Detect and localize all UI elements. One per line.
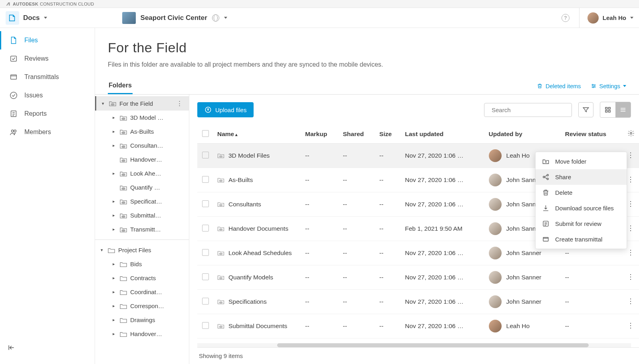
table-row[interactable]: Submittal Documents -- -- -- Nov 27, 202… [197,314,639,338]
ctx-create-transmittal[interactable]: Create transmittal [536,231,627,247]
col-settings[interactable] [623,125,639,144]
docs-app-icon [6,11,19,25]
app-bar: Docs Seaport Civic Center ? Leah Ho [0,8,639,28]
svg-point-8 [593,87,594,88]
collapse-sidebar-button[interactable] [7,344,15,353]
cell-shared: -- [339,168,375,192]
folder-icon [119,275,127,281]
project-selector[interactable]: Seaport Civic Center [122,12,227,24]
settings-link[interactable]: Settings [591,83,626,89]
col-name[interactable]: Name▴ [213,125,301,144]
tree-item-project-files[interactable]: ▾ Project Files [95,243,189,257]
tree-item[interactable]: ▸Drawings [95,313,189,327]
tree-item[interactable]: Handover… [95,152,189,166]
select-all-checkbox[interactable] [202,130,209,137]
folder-icon [107,247,115,253]
col-markup[interactable]: Markup [301,125,339,144]
ctx-download[interactable]: Download source files [536,200,627,216]
row-checkbox[interactable] [202,273,209,280]
col-shared[interactable]: Shared [339,125,375,144]
row-checkbox[interactable] [202,249,209,256]
avatar [489,320,502,332]
grid-view-button[interactable] [600,102,615,117]
tree-label: Transmitt… [130,226,186,233]
deleted-items-link[interactable]: Deleted items [537,83,581,89]
user-menu[interactable]: Leah Ho [579,8,633,28]
search-field[interactable] [492,107,568,113]
tree-item[interactable]: Quantify … [95,180,189,194]
tree-item[interactable]: ▸Contracts [95,271,189,285]
table-row[interactable]: Transmittals -- -- -- Nov 27, 2020 1:06 … [197,338,639,344]
tree-item[interactable]: ▸Handover… [95,327,189,341]
tree-item[interactable]: ▸Consultan… [95,138,189,152]
nav-reviews[interactable]: Reviews [0,49,95,68]
row-checkbox[interactable] [202,152,209,158]
nav-issues[interactable]: Issues [0,86,95,105]
svg-point-29 [219,228,223,230]
cell-updated-by: Leah Ho [485,314,561,338]
app-selector[interactable]: Docs [6,10,50,26]
tree-item[interactable]: ▸Look Ahe… [95,166,189,180]
caret-down-icon [44,17,47,19]
nav-reports[interactable]: Reports [0,105,95,123]
nav-files[interactable]: Files [0,31,95,49]
tree-item[interactable]: ▸Submittal… [95,208,189,222]
ctx-move-folder[interactable]: Move folder [536,154,627,169]
download-icon [542,204,550,212]
tree-label: Drawings [130,317,186,323]
cloud-folder-icon [217,323,224,329]
col-size[interactable]: Size [375,125,401,144]
row-checkbox[interactable] [202,200,209,207]
cloud-folder-icon [119,115,127,121]
col-updated-by[interactable]: Updated by [485,125,561,144]
col-last-updated[interactable]: Last updated [401,125,485,144]
button-label: Upload files [215,107,246,113]
caret-down-icon [630,17,633,19]
svg-point-6 [592,84,593,85]
tab-folders[interactable]: Folders [108,78,133,94]
folder-tree: ▾ For the Field ⋮ ▸3D Model …▸As-Builts▸… [95,95,189,364]
help-icon[interactable]: ? [562,14,570,22]
upload-files-button[interactable]: Upload files [197,102,254,117]
nav-transmittals[interactable]: Transmittals [0,68,95,86]
ctx-share[interactable]: Share [536,169,627,185]
cell-review: -- [561,290,623,314]
table-row[interactable]: Specifications -- -- -- Nov 27, 2020 1:0… [197,290,639,314]
table-row[interactable]: Quantify Models -- -- -- Nov 27, 2020 1:… [197,265,639,290]
cell-name: Look Ahead Schedules [213,241,301,265]
table-header-row: Name▴ Markup Shared Size Last updated Up… [197,125,639,144]
tree-item-for-the-field[interactable]: ▾ For the Field ⋮ [95,96,189,111]
cell-markup: -- [301,265,339,290]
row-checkbox[interactable] [202,298,209,305]
list-view-button[interactable] [615,102,631,117]
folder-icon [119,331,127,337]
tree-item[interactable]: ▸Coordinat… [95,285,189,299]
tree-item[interactable]: ▸Transmitt… [95,222,189,236]
cell-review: -- [561,314,623,338]
gear-icon [627,130,635,137]
tree-item[interactable]: ▸Correspon… [95,299,189,313]
col-review-status[interactable]: Review status [561,125,623,144]
reviews-icon [9,54,18,63]
horizontal-scrollbar[interactable] [197,343,631,347]
global-header: AUTODESK CONSTRUCTION CLOUD [0,0,639,8]
more-icon[interactable]: ⋮ [177,100,183,107]
cell-updated: Nov 27, 2020 1:06 … [401,290,485,314]
nav-members[interactable]: Members [0,123,95,141]
tree-item[interactable]: ▸Bids [95,257,189,271]
tree-item[interactable]: ▸3D Model … [95,111,189,125]
tree-item[interactable]: ▸Specificat… [95,194,189,208]
row-checkbox[interactable] [202,176,209,183]
filter-button[interactable] [578,102,593,117]
ctx-submit-review[interactable]: Submit for review [536,216,627,231]
cell-name: As-Builts [213,168,301,192]
ctx-delete[interactable]: Delete [536,185,627,200]
row-checkbox[interactable] [202,322,209,329]
svg-point-17 [121,215,125,218]
tree-item[interactable]: ▸As-Builts [95,125,189,138]
svg-point-13 [121,159,125,162]
row-checkbox[interactable] [202,225,209,231]
svg-point-30 [219,253,223,255]
search-input[interactable] [484,103,572,117]
user-name: Leah Ho [603,14,626,21]
